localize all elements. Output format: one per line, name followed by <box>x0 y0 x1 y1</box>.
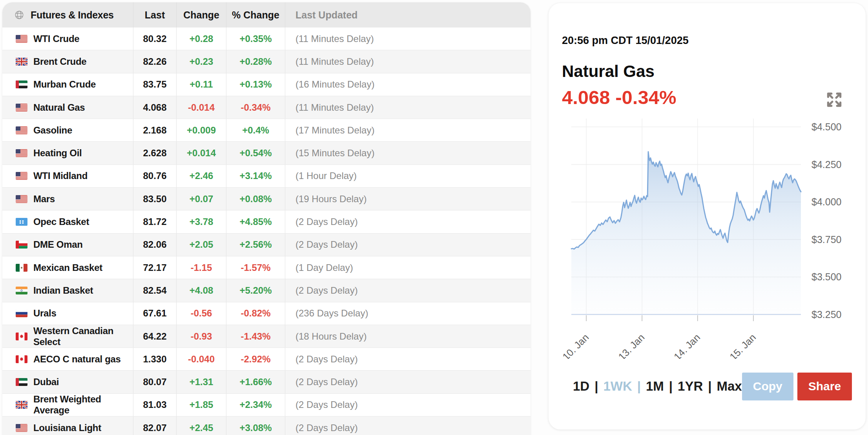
om-flag-icon <box>16 241 27 249</box>
change-value: -0.93 <box>177 325 226 347</box>
range-1d[interactable]: 1D <box>573 379 589 394</box>
instrument-cell: Heating Oil <box>2 142 133 164</box>
last-updated: (2 Days Delay) <box>285 210 531 233</box>
instrument-name: Mars <box>33 194 55 205</box>
chart-controls: 1D|1WK|1M|1YR|Max Copy Share <box>573 372 847 400</box>
pct-change-value: +2.56% <box>226 234 285 256</box>
gb-flag-icon <box>16 58 27 66</box>
change-value: +2.05 <box>177 234 226 256</box>
last-price: 83.50 <box>133 188 177 210</box>
last-price: 81.03 <box>133 394 177 416</box>
table-row[interactable]: Urals67.61-0.56-0.82%(236 Days Delay) <box>2 302 531 325</box>
change-value: -0.040 <box>177 348 226 370</box>
last-price: 72.17 <box>133 256 177 279</box>
instrument-cell: WTI Midland <box>2 165 133 187</box>
svg-text:$4.250: $4.250 <box>811 159 841 170</box>
svg-text:15. Jan: 15. Jan <box>728 332 758 359</box>
range-max[interactable]: Max <box>717 379 742 394</box>
table-row[interactable]: Murban Crude83.75+0.11+0.13%(16 Minutes … <box>2 73 531 96</box>
last-updated: (2 Days Delay) <box>285 394 531 416</box>
table-row[interactable]: Gasoline2.168+0.009+0.4%(17 Minutes Dela… <box>2 119 531 142</box>
instrument-cell: AECO C natural gas <box>2 348 133 370</box>
header-last: Last <box>133 2 177 27</box>
range-1yr[interactable]: 1YR <box>678 379 703 394</box>
table-row[interactable]: Indian Basket82.54+4.08+5.20%(2 Days Del… <box>2 279 531 302</box>
pct-change-value: +5.20% <box>226 279 285 302</box>
change-value: +0.009 <box>177 119 226 141</box>
change-value: +2.46 <box>177 165 226 187</box>
instrument-name: WTI Midland <box>33 170 88 181</box>
expand-arrows-icon <box>825 104 844 110</box>
pct-change-value: +3.14% <box>226 165 285 187</box>
change-value: +3.78 <box>177 210 226 233</box>
pct-change-value: +0.35% <box>226 27 285 50</box>
instrument-cell: Opec Basket <box>2 210 133 233</box>
last-price: 82.06 <box>133 234 177 256</box>
table-row[interactable]: DME Oman82.06+2.05+2.56%(2 Days Delay) <box>2 234 531 256</box>
svg-text:13. Jan: 13. Jan <box>616 332 647 359</box>
ca-flag-icon <box>16 333 27 340</box>
expand-button[interactable] <box>825 90 844 109</box>
last-updated: (236 Days Delay) <box>285 302 531 325</box>
pct-change-value: +0.4% <box>226 119 285 141</box>
table-row[interactable]: WTI Midland80.76+2.46+3.14%(1 Hour Delay… <box>2 165 531 188</box>
ca-flag-icon <box>16 355 27 363</box>
price-area-chart[interactable]: $4.500$4.250$4.000$3.750$3.500$3.25010. … <box>562 114 860 359</box>
us-flag-icon <box>16 424 27 432</box>
last-price: 80.07 <box>133 371 177 393</box>
table-row[interactable]: Louisiana Light82.07+2.45+3.08%(2 Days D… <box>2 417 531 435</box>
table-row[interactable]: Opec Basket81.72+3.78+4.85%(2 Days Delay… <box>2 210 531 233</box>
range-selector: 1D|1WK|1M|1YR|Max <box>573 379 742 394</box>
us-flag-icon <box>16 195 27 203</box>
instrument-name: Dubai <box>33 377 59 387</box>
us-flag-icon <box>16 126 27 134</box>
instrument-cell: Dubai <box>2 371 133 393</box>
table-row[interactable]: Brent Weighted Average81.03+1.85+2.34%(2… <box>2 394 531 417</box>
instrument-cell: Brent Weighted Average <box>2 394 133 416</box>
us-flag-icon <box>16 149 27 157</box>
table-row[interactable]: Mexican Basket72.17-1.15-1.57%(1 Day Del… <box>2 256 531 279</box>
globe-icon <box>14 10 24 20</box>
table-row[interactable]: Mars83.50+0.07+0.08%(19 Hours Delay) <box>2 188 531 210</box>
change-value: +0.23 <box>177 50 226 73</box>
change-value: +1.85 <box>177 394 226 416</box>
mx-flag-icon <box>16 264 27 272</box>
table-row[interactable]: AECO C natural gas1.330-0.040-2.92%(2 Da… <box>2 348 531 371</box>
instrument-cell: DME Oman <box>2 234 133 256</box>
share-button[interactable]: Share <box>797 373 852 400</box>
pct-change-value: -0.34% <box>226 96 285 119</box>
table-row[interactable]: Heating Oil2.628+0.014+0.54%(15 Minutes … <box>2 142 531 164</box>
range-separator: | <box>708 379 711 394</box>
instrument-cell: Mars <box>2 188 133 210</box>
range-1wk[interactable]: 1WK <box>603 379 632 394</box>
svg-text:$3.250: $3.250 <box>811 309 841 320</box>
pct-change-value: -1.43% <box>226 325 285 347</box>
last-price: 81.72 <box>133 210 177 233</box>
last-price: 1.330 <box>133 348 177 370</box>
quote-timestamp: 20:56 pm CDT 15/01/2025 <box>562 35 689 47</box>
copy-button[interactable]: Copy <box>742 373 793 400</box>
table-row[interactable]: Brent Crude82.26+0.23+0.28%(11 Minutes D… <box>2 50 531 73</box>
range-separator: | <box>669 379 673 394</box>
pct-change-value: +4.85% <box>226 210 285 233</box>
pct-change-value: -2.92% <box>226 348 285 370</box>
last-updated: (15 Minutes Delay) <box>285 142 531 164</box>
change-value: -0.014 <box>177 96 226 119</box>
svg-text:10. Jan: 10. Jan <box>562 332 591 359</box>
last-updated: (2 Days Delay) <box>285 279 531 302</box>
instrument-name: AECO C natural gas <box>33 354 121 365</box>
last-updated: (2 Days Delay) <box>285 417 531 435</box>
last-updated: (11 Minutes Delay) <box>285 96 531 119</box>
table-row[interactable]: WTI Crude80.32+0.28+0.35%(11 Minutes Del… <box>2 27 531 50</box>
change-value: -0.56 <box>177 302 226 325</box>
us-flag-icon <box>16 35 27 43</box>
svg-text:$4.500: $4.500 <box>811 121 841 132</box>
last-price: 2.628 <box>133 142 177 164</box>
table-row[interactable]: Natural Gas4.068-0.014-0.34%(11 Minutes … <box>2 96 531 119</box>
range-1m[interactable]: 1M <box>646 379 664 394</box>
table-row[interactable]: Western Canadian Select64.22-0.93-1.43%(… <box>2 325 531 348</box>
table-row[interactable]: Dubai80.07+1.31+1.66%(2 Days Delay) <box>2 371 531 393</box>
last-price: 82.54 <box>133 279 177 302</box>
last-updated: (1 Day Delay) <box>285 256 531 279</box>
instrument-cell: Western Canadian Select <box>2 325 133 347</box>
